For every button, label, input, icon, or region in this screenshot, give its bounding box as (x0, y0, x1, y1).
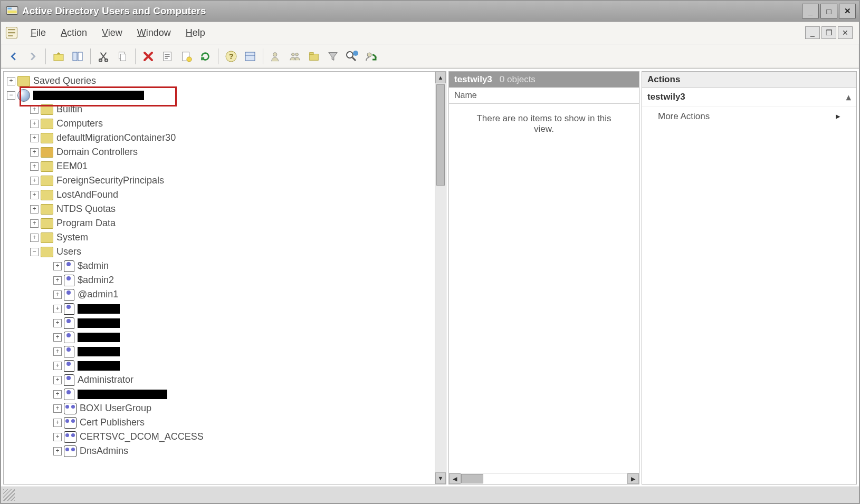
expander-icon[interactable]: + (53, 290, 62, 299)
expander-icon[interactable]: + (53, 404, 62, 413)
scroll-left-button[interactable]: ◀ (449, 473, 461, 484)
tree-node-default-migration-container[interactable]: +defaultMigrationContainer30 (6, 131, 435, 145)
tree-view[interactable]: + Saved Queries − +Builtin +Computers +d… (4, 72, 435, 484)
tree-node-lostandfound[interactable]: +LostAndFound (6, 188, 435, 202)
expander-icon[interactable]: + (30, 134, 39, 142)
tree-node-ntds-quotas[interactable]: +NTDS Quotas (6, 202, 435, 216)
expander-icon[interactable]: + (53, 433, 62, 441)
expander-icon[interactable]: + (7, 77, 15, 85)
expander-icon[interactable]: + (30, 105, 39, 114)
column-name[interactable]: Name (454, 91, 477, 100)
expander-icon[interactable]: + (53, 419, 62, 427)
tree-node-users[interactable]: −Users (6, 245, 435, 259)
copy-button[interactable] (114, 48, 131, 65)
maximize-button[interactable]: □ (820, 4, 837, 18)
node-label: Cert Publishers (80, 417, 145, 428)
tree-scrollbar-vertical[interactable]: ▲ ▼ (435, 72, 446, 484)
actions-more-actions[interactable]: More Actions ▸ (642, 106, 856, 126)
new-user-button[interactable] (267, 48, 284, 65)
new-object-button[interactable] (178, 48, 195, 65)
tree-node-user[interactable]: +$admin (6, 259, 435, 273)
find-button[interactable] (343, 48, 360, 65)
tree-node-user[interactable]: +$admin2 (6, 273, 435, 287)
new-ou-button[interactable] (305, 48, 322, 65)
mdi-close-button[interactable]: ✕ (838, 26, 853, 39)
expander-icon[interactable]: + (30, 120, 39, 128)
tree-node-user[interactable]: +Cert Publishers (6, 415, 435, 430)
menu-file[interactable]: File (23, 25, 53, 41)
expander-icon[interactable]: + (30, 148, 39, 157)
tree-node-user[interactable]: + (6, 316, 435, 330)
tree-node-domain-controllers[interactable]: +Domain Controllers (6, 145, 435, 159)
minimize-button[interactable]: _ (802, 4, 819, 18)
expander-icon[interactable]: − (30, 248, 39, 256)
new-group-button[interactable] (286, 48, 303, 65)
tree-node-user[interactable]: +@admin1 (6, 287, 435, 302)
list-scrollbar-horizontal[interactable]: ◀ ▶ (449, 473, 639, 484)
expander-icon[interactable]: + (30, 177, 39, 185)
tree-node-fsp[interactable]: +ForeignSecurityPrincipals (6, 173, 435, 188)
refresh-button[interactable] (197, 48, 214, 65)
expander-icon[interactable]: + (30, 234, 39, 242)
scroll-up-button[interactable]: ▲ (435, 72, 446, 83)
expander-icon[interactable]: − (7, 91, 15, 100)
tree-node-domain[interactable]: − (6, 88, 435, 102)
resize-grip[interactable] (3, 489, 15, 501)
menu-window[interactable]: Window (130, 25, 178, 41)
menu-action[interactable]: Action (53, 25, 94, 41)
node-label: DnsAdmins (80, 445, 128, 457)
mdi-restore-button[interactable]: ❐ (821, 26, 836, 39)
show-hide-tree-button[interactable] (69, 48, 86, 65)
tree-node-user[interactable]: +Administrator (6, 373, 435, 387)
expander-icon[interactable]: + (53, 390, 62, 399)
expander-icon[interactable]: + (53, 305, 62, 313)
properties-button[interactable] (159, 48, 176, 65)
tree-node-eem01[interactable]: +EEM01 (6, 159, 435, 173)
tree-node-program-data[interactable]: +Program Data (6, 216, 435, 230)
tree-node-user[interactable]: + (6, 358, 435, 373)
cut-button[interactable] (95, 48, 112, 65)
tree-node-saved-queries[interactable]: + Saved Queries (6, 74, 435, 88)
scroll-down-button[interactable]: ▼ (435, 472, 446, 484)
tree-node-user[interactable]: + (6, 330, 435, 344)
tree-node-system[interactable]: +System (6, 230, 435, 245)
tree-node-user[interactable]: + (6, 302, 435, 316)
expander-icon[interactable]: + (53, 376, 62, 384)
up-button[interactable] (50, 48, 67, 65)
delete-button[interactable] (140, 48, 157, 65)
tree-node-user[interactable]: + (6, 387, 435, 401)
nav-forward-button[interactable] (24, 48, 41, 65)
expander-icon[interactable]: + (53, 347, 62, 356)
tree-node-builtin[interactable]: +Builtin (6, 102, 435, 117)
nav-back-button[interactable] (5, 48, 22, 65)
expander-icon[interactable]: + (53, 333, 62, 342)
expander-icon[interactable]: + (30, 205, 39, 214)
help-button[interactable]: ? (223, 48, 240, 65)
tree-node-user[interactable]: +BOXI UserGroup (6, 401, 435, 415)
menu-view[interactable]: View (94, 25, 130, 41)
expander-icon[interactable]: + (30, 191, 39, 199)
export-list-button[interactable] (242, 48, 259, 65)
scroll-right-button[interactable]: ▶ (627, 473, 639, 484)
scroll-thumb[interactable] (461, 474, 483, 483)
tree-node-user[interactable]: +CERTSVC_DCOM_ACCESS (6, 430, 435, 444)
tree-node-user[interactable]: + (6, 344, 435, 358)
add-to-group-button[interactable] (362, 48, 379, 65)
scroll-thumb[interactable] (436, 84, 445, 186)
list-columns[interactable]: Name (449, 88, 639, 104)
svg-rect-21 (310, 53, 313, 55)
filter-button[interactable] (324, 48, 341, 65)
expander-icon[interactable]: + (53, 362, 62, 370)
actions-context-header[interactable]: testwily3 ▴ (642, 88, 856, 106)
expander-icon[interactable]: + (53, 276, 62, 285)
tree-node-computers[interactable]: +Computers (6, 117, 435, 131)
mdi-minimize-button[interactable]: _ (805, 26, 820, 39)
expander-icon[interactable]: + (53, 447, 62, 455)
tree-node-user[interactable]: +DnsAdmins (6, 444, 435, 458)
expander-icon[interactable]: + (53, 319, 62, 327)
menu-help[interactable]: Help (178, 25, 213, 41)
expander-icon[interactable]: + (30, 219, 39, 228)
expander-icon[interactable]: + (53, 262, 62, 270)
close-button[interactable]: ✕ (839, 4, 856, 18)
expander-icon[interactable]: + (30, 162, 39, 171)
